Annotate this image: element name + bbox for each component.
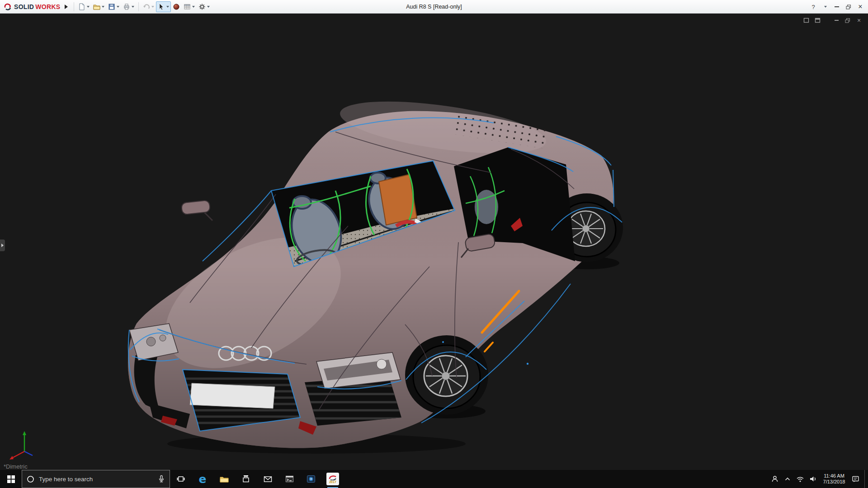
clock-date: 7/13/2018: [822, 479, 846, 485]
show-desktop-button[interactable]: [864, 470, 868, 488]
document-window-controls: ×: [802, 17, 863, 23]
new-document-icon: [78, 3, 85, 10]
store-button[interactable]: [235, 470, 257, 488]
appearance-sphere-icon: [173, 3, 180, 10]
gear-icon: [198, 3, 206, 10]
left-mirror-stalk: [204, 212, 212, 221]
select-cursor-icon: [158, 3, 165, 10]
media-app-icon: [307, 475, 316, 483]
help-chevron[interactable]: [819, 0, 831, 14]
restore-button[interactable]: [843, 0, 854, 14]
z-axis-arrow: [24, 451, 33, 455]
task-view-button[interactable]: [170, 470, 192, 488]
file-explorer-button[interactable]: [213, 470, 235, 488]
toolbar-separator: [74, 2, 74, 11]
app-titlebar: SOLIDWORKS: [0, 0, 868, 14]
options-button[interactable]: [197, 1, 212, 12]
chevron-down-icon: [102, 6, 104, 8]
print-icon: [123, 3, 130, 10]
console-window-icon: [285, 475, 294, 483]
car-model[interactable]: [0, 14, 868, 470]
doc-close-button[interactable]: ×: [855, 17, 863, 23]
chevron-down-icon: [192, 6, 195, 8]
doc-window-icon[interactable]: [802, 17, 810, 23]
speaker-icon: [809, 475, 817, 483]
expand-arrow-icon: [1, 244, 4, 247]
people-icon: [771, 475, 778, 483]
volume-button[interactable]: [807, 470, 819, 488]
start-button[interactable]: [0, 470, 22, 488]
file-explorer-icon: [220, 475, 229, 483]
toolbar-separator: [138, 2, 139, 11]
design-table-icon: [184, 3, 191, 10]
people-button[interactable]: [769, 470, 781, 488]
x-axis-arrow: [9, 456, 14, 460]
wifi-icon: [796, 476, 804, 483]
mail-button[interactable]: [257, 470, 278, 488]
undo-icon: [143, 3, 150, 10]
windows-taskbar: Type here to search e: [0, 470, 868, 488]
y-axis-arrow: [23, 431, 26, 435]
clock-time: 11:46 AM: [822, 473, 846, 479]
chevron-down-icon: [132, 6, 134, 8]
open-folder-icon: [93, 3, 100, 10]
graphics-viewport[interactable]: ×: [0, 14, 868, 470]
left-mirror[interactable]: [181, 200, 210, 215]
chevron-up-icon: [784, 476, 791, 482]
window-controls: ? ×: [807, 0, 866, 14]
network-button[interactable]: [794, 470, 807, 488]
edge-icon: e: [199, 474, 207, 485]
taskbar-search-box[interactable]: Type here to search: [22, 470, 170, 488]
appearance-button[interactable]: [171, 1, 182, 12]
window-title: Audi R8 S [Read-only]: [406, 4, 462, 10]
save-button[interactable]: [106, 1, 121, 12]
license-plate[interactable]: [190, 383, 275, 408]
view-orientation-label: *Dimetric: [4, 463, 28, 470]
orientation-triad: [6, 427, 42, 463]
design-table-button[interactable]: [182, 1, 197, 12]
mail-envelope-icon: [264, 476, 272, 483]
action-center-button[interactable]: [849, 470, 862, 488]
help-button[interactable]: ?: [807, 0, 819, 14]
print-button[interactable]: [121, 1, 136, 12]
3ds-swirl-icon: [4, 2, 13, 11]
console-button[interactable]: [278, 470, 300, 488]
solidworks-logo: SOLIDWORKS: [0, 2, 63, 11]
select-tool-button[interactable]: [156, 1, 171, 12]
taskbar-clock[interactable]: 11:46 AM 7/13/2018: [819, 473, 849, 485]
chevron-down-icon: [207, 6, 210, 8]
undo-button[interactable]: [141, 1, 156, 12]
chevron-down-icon: [166, 6, 169, 8]
chevron-down-icon: [151, 6, 154, 8]
chevron-down-icon: [117, 6, 119, 8]
restore-icon: [846, 5, 851, 9]
hidden-icons-button[interactable]: [781, 470, 794, 488]
chevron-down-icon: [87, 6, 90, 8]
system-tray: 11:46 AM 7/13/2018: [769, 470, 868, 488]
save-floppy-icon: [108, 3, 115, 10]
menu-flyout-arrow[interactable]: [65, 5, 68, 9]
solidworks-version-badge: 2017: [329, 480, 336, 483]
open-button[interactable]: [91, 1, 106, 12]
solidworks-icon: 2017: [326, 473, 339, 485]
brand-solid: SOLID: [14, 3, 34, 10]
doc-window-icon-2[interactable]: [814, 17, 821, 23]
close-button[interactable]: ×: [854, 0, 866, 14]
brand-works: WORKS: [35, 3, 60, 10]
media-app-button[interactable]: [300, 470, 322, 488]
action-center-icon: [852, 475, 859, 483]
solidworks-taskbar-button[interactable]: 2017: [322, 470, 344, 488]
microphone-icon[interactable]: [158, 475, 165, 483]
doc-restore-button[interactable]: [844, 17, 851, 23]
minimize-button[interactable]: [831, 0, 843, 14]
doc-minimize-button[interactable]: [833, 17, 840, 23]
search-placeholder-text: Type here to search: [39, 476, 93, 483]
store-bag-icon: [242, 475, 250, 483]
edge-button[interactable]: e: [192, 470, 213, 488]
task-view-icon: [177, 475, 185, 483]
featuremanager-collapse-tab[interactable]: [0, 239, 5, 251]
windows-logo-icon: [7, 475, 15, 483]
cortana-circle-icon: [27, 475, 34, 483]
new-document-button[interactable]: [76, 1, 91, 12]
